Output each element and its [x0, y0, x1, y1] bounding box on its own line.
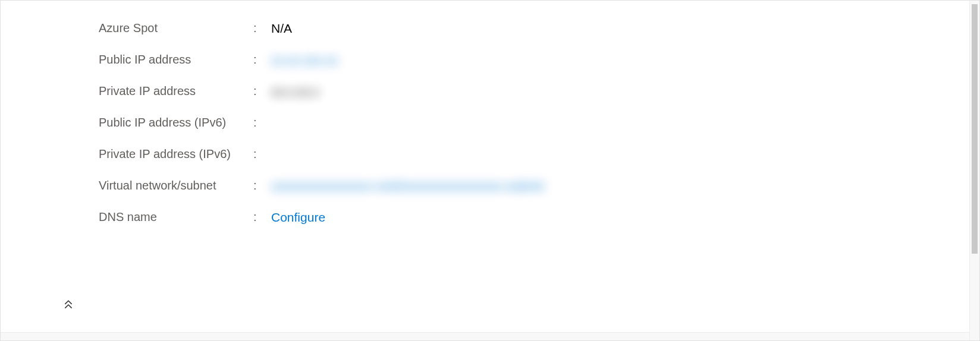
link-configure-dns[interactable]: Configure	[271, 210, 325, 225]
colon: :	[253, 147, 271, 161]
label-vnet-subnet: Virtual network/subnet	[99, 179, 253, 192]
row-vnet-subnet: Virtual network/subnet : xxxxxxxxxxxxxxx…	[99, 170, 968, 201]
value-private-ip-address: xx.x.xx.x	[271, 84, 319, 99]
row-private-ip: Private IP address : xx.x.xx.x	[99, 75, 968, 107]
colon: :	[253, 210, 271, 224]
colon: :	[253, 21, 271, 35]
resource-properties-panel: Azure Spot : N/A Public IP address : xx.…	[99, 12, 968, 233]
row-private-ip-v6: Private IP address (IPv6) :	[99, 138, 968, 170]
vertical-scrollbar-track[interactable]	[970, 1, 979, 340]
vertical-scrollbar-thumb[interactable]	[972, 4, 978, 254]
collapse-panel-icon[interactable]	[63, 299, 77, 314]
row-public-ip-v6: Public IP address (IPv6) :	[99, 107, 968, 138]
label-dns-name: DNS name	[99, 210, 253, 224]
colon: :	[253, 84, 271, 98]
link-public-ip-address[interactable]: xx.xx.xxx.xx	[271, 53, 338, 67]
vertical-scrollbar[interactable]	[969, 1, 979, 340]
row-public-ip: Public IP address : xx.xx.xxx.xx	[99, 44, 968, 75]
link-virtual-network-subnet[interactable]: xxxxxxxxxxxxxxxx-vnet/xxxxxxxxxxxxxxxx-s…	[271, 179, 544, 193]
label-public-ip-v6: Public IP address (IPv6)	[99, 116, 253, 130]
horizontal-scrollbar[interactable]	[1, 332, 969, 340]
row-azure-spot: Azure Spot : N/A	[99, 12, 968, 44]
colon: :	[253, 116, 271, 130]
label-private-ip-v6: Private IP address (IPv6)	[99, 147, 253, 161]
value-azure-spot: N/A	[271, 21, 292, 36]
colon: :	[253, 53, 271, 67]
row-dns-name: DNS name : Configure	[99, 201, 968, 233]
label-private-ip: Private IP address	[99, 84, 253, 98]
label-azure-spot: Azure Spot	[99, 21, 253, 35]
label-public-ip: Public IP address	[99, 53, 253, 67]
colon: :	[253, 179, 271, 192]
